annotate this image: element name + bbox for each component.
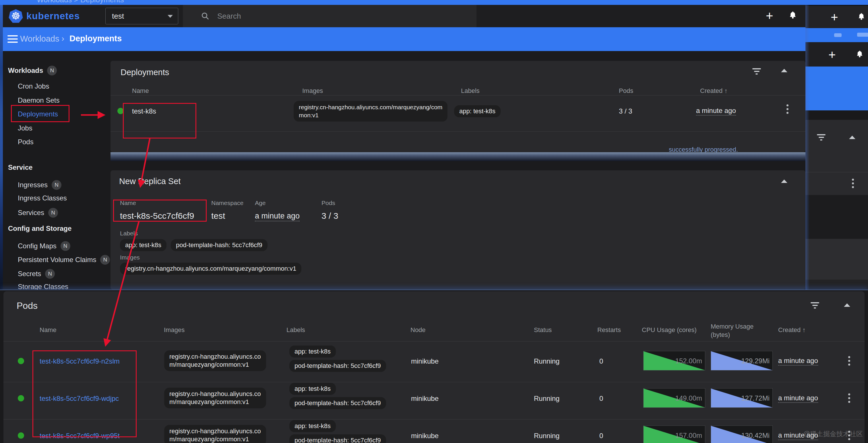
collapse-icon[interactable] (781, 69, 787, 72)
menu-hamburger-icon[interactable] (7, 35, 18, 45)
sidebar-item-services[interactable]: ServicesN (18, 208, 58, 218)
column-header-images[interactable]: Images (302, 87, 323, 95)
window-edge-bar (111, 152, 805, 161)
column-header-status[interactable]: Status (534, 326, 552, 334)
column-header-images[interactable]: Images (164, 326, 185, 334)
column-header-pods[interactable]: Pods (619, 87, 633, 95)
sidebar-item-secrets[interactable]: SecretsN (18, 269, 55, 279)
collapse-icon[interactable] (844, 303, 850, 307)
image-chip: registry.cn-hangzhou.aliyuncs.com/marque… (164, 350, 266, 371)
restarts-cell: 0 (599, 395, 603, 403)
app-header: ☸ kubernetes test + (3, 5, 805, 27)
sidebar-item-persistent-volume-claims[interactable]: Persistent Volume ClaimsN (18, 255, 110, 265)
notifications-bell-icon[interactable] (856, 49, 864, 59)
add-resource-icon[interactable]: + (831, 11, 838, 24)
restarts-cell: 0 (599, 432, 603, 440)
namespace-value: test (211, 211, 225, 221)
collapse-icon[interactable] (781, 179, 787, 183)
sidebar-item-jobs[interactable]: Jobs (18, 124, 32, 132)
window-edge-glow (805, 5, 809, 289)
sidebar-item-deployments[interactable]: Deployments (18, 110, 58, 118)
status-ok-icon (18, 432, 24, 439)
divider (111, 95, 805, 96)
sidebar-item-daemon-sets[interactable]: Daemon Sets (18, 96, 59, 104)
field-label-age: Age (255, 200, 266, 206)
pod-name-link[interactable]: test-k8s-5cc7cf6cf9-wp95t (40, 432, 120, 440)
label-chip: pod-template-hash: 5cc7cf6cf9 (289, 397, 386, 409)
bg-right-window-gap (805, 195, 868, 239)
column-header-memory[interactable]: Memory Usage (bytes) (711, 322, 764, 339)
column-header-cpu[interactable]: CPU Usage (cores) (642, 326, 696, 334)
label-chip: app: test-k8s (289, 345, 336, 357)
column-header-labels[interactable]: Labels (461, 87, 479, 95)
label-chip: app: test-k8s (120, 239, 166, 251)
sidebar-item-ingress-classes[interactable]: Ingress Classes (18, 194, 67, 202)
kebab-menu-icon[interactable] (852, 179, 854, 188)
deployment-name-link[interactable]: test-k8s (132, 107, 156, 115)
status-ok-icon (18, 395, 24, 401)
replica-set-name-link[interactable]: test-k8s-5cc7cf6cf9 (120, 211, 194, 221)
sidebar-item-cron-jobs[interactable]: Cron Jobs (18, 82, 49, 90)
notifications-bell-icon[interactable] (788, 10, 797, 21)
age-value: a minute ago (255, 212, 300, 220)
cpu-usage-sparkline: 149.00m (643, 388, 705, 408)
field-label-pods: Pods (321, 200, 335, 206)
created-cell: a minute ago (696, 107, 736, 115)
column-header-node[interactable]: Node (410, 326, 426, 334)
watermark: @稀土掘金技术社区 (803, 430, 863, 438)
pod-row[interactable]: test-k8s-5cc7cf6cf9-wdjpc registry.cn-ha… (3, 382, 865, 419)
column-header-name[interactable]: Name (40, 326, 57, 334)
status-ok-icon (117, 108, 124, 114)
pod-name-link[interactable]: test-k8s-5cc7cf6cf9-n2slm (40, 357, 120, 365)
notifications-bell-icon[interactable] (857, 11, 866, 22)
image-chip: registry.cn-hangzhou.aliyuncs.com/marque… (164, 388, 266, 408)
pods-count: 3 / 3 (321, 211, 338, 221)
field-label-namespace: Namespace (211, 200, 243, 206)
pod-row[interactable]: test-k8s-5cc7cf6cf9-wp95t registry.cn-ha… (3, 419, 865, 443)
pod-name-link[interactable]: test-k8s-5cc7cf6cf9-wdjpc (40, 395, 119, 403)
sidebar-item-ingresses[interactable]: IngressesN (18, 180, 61, 190)
namespace-select[interactable]: test (105, 8, 178, 24)
filter-icon[interactable] (817, 134, 826, 140)
filter-icon[interactable] (752, 68, 761, 74)
image-chip: registry.cn-hangzhou.aliyuncs.com/marque… (293, 101, 447, 122)
label-chip: app: test-k8s (454, 105, 501, 117)
cpu-usage-sparkline: 152.00m (643, 351, 705, 370)
column-header-created[interactable]: Created ↑ (700, 87, 727, 95)
restarts-cell: 0 (599, 357, 603, 365)
add-resource-icon[interactable]: + (766, 9, 773, 22)
sort-asc-icon: ↑ (802, 326, 805, 334)
namespace-value: test (112, 12, 124, 21)
status-ok-icon (18, 358, 24, 364)
sidebar-section-service: Service (8, 164, 32, 171)
column-header-created[interactable]: Created ↑ (778, 326, 805, 334)
kebab-menu-icon[interactable] (848, 394, 850, 403)
status-cell: Running (534, 395, 559, 403)
pod-row[interactable]: test-k8s-5cc7cf6cf9-n2slm registry.cn-ha… (3, 345, 865, 382)
bg-right-window-header-2: + (805, 42, 868, 67)
label-chip: app: test-k8s (289, 420, 336, 432)
add-resource-icon[interactable]: + (828, 48, 836, 61)
screenshot-root: Workloads > Deployments + + (0, 0, 868, 443)
image-chip: registry.cn-hangzhou.aliyuncs.com/marque… (120, 263, 301, 275)
search-input[interactable] (217, 10, 465, 22)
breadcrumb-parent[interactable]: Workloads (20, 34, 59, 43)
kebab-menu-icon[interactable] (848, 356, 850, 366)
search-bar (183, 5, 476, 27)
column-header-labels[interactable]: Labels (286, 326, 305, 334)
label-chip: app: test-k8s (289, 383, 336, 395)
created-cell: a minute ago (778, 394, 818, 402)
column-header-name[interactable]: Name (132, 87, 149, 95)
column-header-restarts[interactable]: Restarts (597, 326, 621, 334)
image-chip: registry.cn-hangzhou.aliyuncs.com/marque… (164, 425, 266, 443)
breadcrumb-current: Deployments (69, 34, 122, 43)
bg-right-window-blue-strip (805, 28, 868, 42)
sidebar-item-pods[interactable]: Pods (18, 138, 34, 146)
memory-usage-sparkline: 129.29Mi (711, 351, 773, 370)
filter-icon[interactable] (811, 302, 819, 309)
sidebar-item-config-maps[interactable]: Config MapsN (18, 241, 70, 251)
collapse-icon[interactable] (849, 136, 856, 139)
bg-right-window-breadcrumb-block (805, 67, 868, 110)
kebab-menu-icon[interactable] (786, 104, 788, 114)
brand-wordmark: kubernetes (26, 11, 80, 22)
